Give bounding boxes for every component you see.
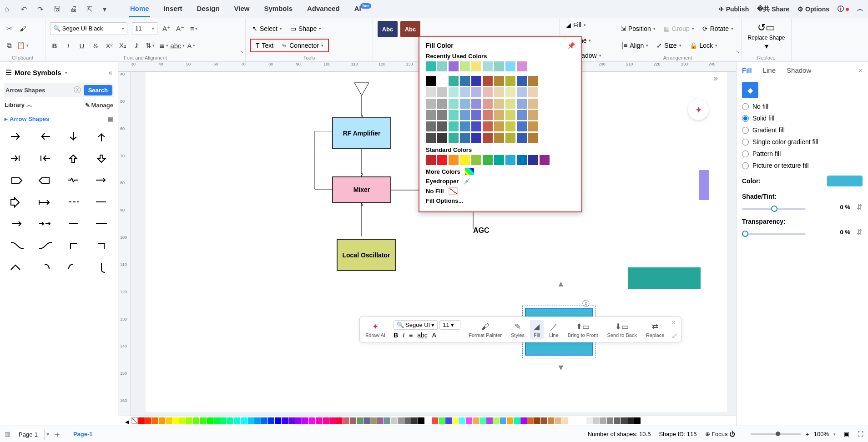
theme-color-swatch[interactable] (449, 76, 459, 86)
print-icon[interactable]: 🖨 (70, 5, 78, 13)
float-size-select[interactable]: 11 ▾ (439, 320, 460, 330)
theme-color-swatch[interactable] (483, 133, 493, 143)
collapse-sidebar-icon[interactable]: « (108, 69, 112, 77)
float-edraw-ai[interactable]: ✦Edraw AI (362, 320, 389, 339)
strip-gray[interactable] (586, 417, 593, 424)
connector-feedback[interactable] (314, 131, 334, 231)
superscript-button[interactable]: X² (105, 41, 114, 50)
arrow-shape-1[interactable] (33, 128, 56, 145)
font-dialog-launcher[interactable]: ↘ (240, 49, 243, 54)
standard-color-swatch[interactable] (540, 155, 550, 165)
zoom-control[interactable]: − ＋ 100%▾ (743, 430, 836, 438)
strip-color[interactable] (234, 417, 240, 424)
arrow-shape-0[interactable] (5, 128, 28, 145)
antenna-shape[interactable] (353, 81, 371, 97)
shade-stepper[interactable]: ⇵ (857, 203, 863, 211)
expand-rpane-icon[interactable]: » (713, 74, 718, 83)
quick-more-icon[interactable]: ▾ (103, 5, 111, 13)
strip-color[interactable] (316, 417, 322, 424)
fill-options-button[interactable]: Fill Options... (426, 197, 575, 204)
strip-color[interactable] (514, 417, 520, 424)
arrow-shape-26[interactable] (61, 259, 85, 276)
more-colors-button[interactable]: More Colors (426, 168, 575, 175)
theme-color-swatch[interactable] (449, 121, 459, 131)
arrow-shape-22[interactable] (61, 237, 85, 254)
arrow-shape-24[interactable] (5, 259, 28, 276)
recent-color-swatch[interactable] (460, 61, 470, 71)
theme-color-swatch[interactable] (460, 87, 470, 97)
strip-color[interactable] (384, 417, 390, 424)
strip-color[interactable] (534, 417, 540, 424)
pages-icon[interactable]: ▥ (5, 431, 10, 437)
copy-icon[interactable]: ⧉ (5, 41, 14, 50)
text-highlight-icon[interactable]: abc▾ (173, 41, 182, 50)
italic-button[interactable]: I (64, 41, 73, 50)
transparency-slider[interactable] (742, 233, 806, 235)
standard-color-swatch[interactable] (471, 155, 481, 165)
theme-color-swatch[interactable] (494, 110, 504, 120)
float-expand-icon[interactable]: ⤢ (671, 332, 677, 340)
strip-color[interactable] (391, 417, 397, 424)
theme-color-swatch[interactable] (483, 87, 493, 97)
strip-color[interactable] (138, 417, 145, 424)
float-line[interactable]: ／Line (545, 320, 562, 339)
theme-color-swatch[interactable] (483, 99, 493, 109)
line-spacing-icon[interactable]: ⇅▾ (146, 41, 155, 50)
tab-symbols[interactable]: Symbols (263, 1, 293, 17)
strip-color[interactable] (418, 417, 424, 424)
theme-color-swatch[interactable] (426, 87, 436, 97)
theme-color-swatch[interactable] (460, 99, 470, 109)
theme-color-swatch[interactable] (471, 110, 481, 120)
strip-gray[interactable] (634, 417, 641, 424)
fit-page-icon[interactable]: ▣ (844, 431, 849, 437)
theme-color-swatch[interactable] (517, 99, 527, 109)
notifications-button[interactable]: ⓘ (838, 5, 849, 13)
page-tab-1[interactable]: Page-1 (12, 429, 45, 440)
strip-color[interactable] (548, 417, 554, 424)
theme-color-swatch[interactable] (437, 87, 447, 97)
strip-color[interactable] (398, 417, 404, 424)
strip-color[interactable] (486, 417, 493, 424)
strip-color[interactable] (227, 417, 233, 424)
collapse-ribbon-icon[interactable]: ︿ (857, 5, 863, 13)
arrow-shape-2[interactable] (61, 128, 85, 145)
theme-color-swatch[interactable] (437, 110, 447, 120)
replace-shape-button[interactable]: ↺▭ Replace Shape▾ (746, 20, 787, 50)
font-family-select[interactable]: 🔍 Segoe UI Black▾ (50, 22, 127, 35)
strip-color[interactable] (159, 417, 165, 424)
standard-color-swatch[interactable] (460, 155, 470, 165)
theme-color-swatch[interactable] (426, 99, 436, 109)
theme-color-swatch[interactable] (517, 87, 527, 97)
category-arrow-shapes[interactable]: ▸ Arrow Shapes▣ (4, 113, 114, 125)
theme-color-swatch[interactable] (505, 133, 515, 143)
recent-color-swatch[interactable] (426, 61, 436, 71)
theme-color-swatch[interactable] (460, 76, 470, 86)
zoom-slider[interactable] (751, 433, 801, 435)
strip-color[interactable] (411, 417, 418, 424)
paste-icon[interactable]: 📋▾ (18, 41, 27, 50)
size-button[interactable]: ⤢Size▾ (655, 40, 683, 50)
lock-button[interactable]: 🔒Lock▾ (688, 40, 720, 50)
theme-color-swatch[interactable] (471, 87, 481, 97)
strip-color[interactable] (404, 417, 411, 424)
float-bold[interactable]: B (394, 332, 398, 339)
theme-color-swatch[interactable] (449, 87, 459, 97)
strip-color[interactable] (479, 417, 486, 424)
clear-search-icon[interactable]: ⓧ (74, 85, 81, 95)
standard-color-swatch[interactable] (517, 155, 527, 165)
arrow-shape-15[interactable] (90, 193, 113, 211)
strip-color[interactable] (561, 417, 568, 424)
strip-color[interactable] (459, 417, 465, 424)
underline-button[interactable]: U (77, 41, 86, 50)
fullscreen-icon[interactable]: ⛶ (858, 431, 863, 437)
strip-color[interactable] (343, 417, 349, 424)
radio-gradient-fill[interactable]: Gradient fill (742, 126, 863, 134)
theme-color-swatch[interactable] (460, 110, 470, 120)
strip-color[interactable] (329, 417, 336, 424)
theme-color-swatch[interactable] (505, 76, 515, 86)
strip-gray[interactable] (593, 417, 600, 424)
theme-color-swatch[interactable] (460, 133, 470, 143)
tab-home[interactable]: Home (129, 1, 150, 17)
pin-icon[interactable]: 📌 (567, 42, 575, 49)
theme-color-swatch[interactable] (483, 121, 493, 131)
